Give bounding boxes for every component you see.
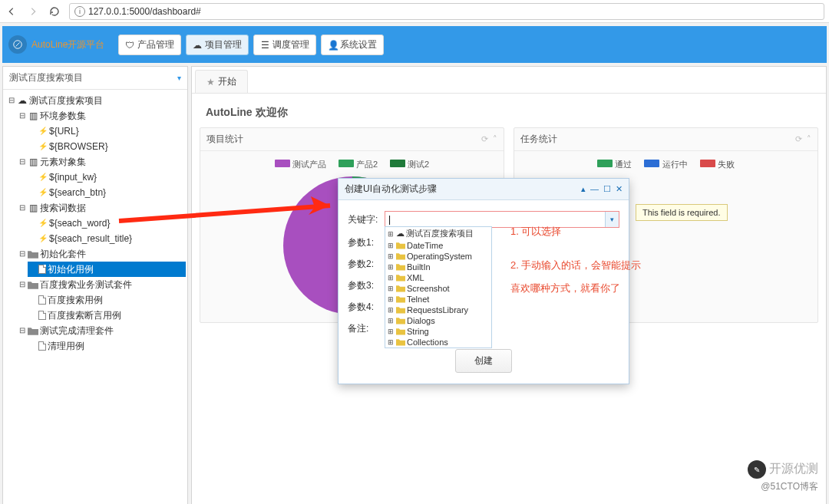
refresh-icon[interactable]: ⟳ <box>795 134 802 144</box>
field-label-remark: 备注: <box>348 320 385 335</box>
reload-icon[interactable] <box>48 5 61 18</box>
stack-icon: ▥ <box>28 203 38 212</box>
dd-item[interactable]: ⊞DateTime <box>385 240 491 251</box>
sidebar: 测试百度搜索项目 ▾ ⊟☁测试百度搜索项目 ⊟▥环境参数集 ⚡${URL} ⚡$… <box>2 66 188 504</box>
tree-biz-item[interactable]: 百度搜索断言用例 <box>28 308 186 323</box>
bolt-icon: ⚡ <box>38 216 48 230</box>
folder-icon <box>396 317 405 324</box>
nav-forward-icon[interactable] <box>26 5 40 18</box>
project-tree: ⊟☁测试百度搜索项目 ⊟▥环境参数集 ⚡${URL} ⚡${BROWSER} ⊟… <box>3 90 187 357</box>
stack-icon: ▥ <box>28 111 38 120</box>
tree-env-item[interactable]: ⚡${URL} <box>28 124 186 139</box>
tree-clean-suite[interactable]: ⊟测试完成清理套件 <box>17 323 186 338</box>
logo-icon <box>8 35 27 54</box>
tab-bar: ★开始 <box>192 67 826 94</box>
user-icon: 👤 <box>328 40 337 49</box>
field-label-p2: 参数2: <box>348 255 385 271</box>
legend-row: 测试产品 产品2 测试2 <box>208 159 496 170</box>
browser-toolbar: i 127.0.0.1:5000/dashboard# <box>0 0 829 23</box>
tree-init-case[interactable]: 初始化用例 <box>28 262 186 277</box>
folder-icon <box>396 338 405 346</box>
tree-biz-item[interactable]: 百度搜索用例 <box>28 292 186 308</box>
dd-item[interactable]: ⊞Telnet <box>385 294 491 305</box>
refresh-icon[interactable]: ⟳ <box>481 134 488 144</box>
maximize-icon[interactable]: ☐ <box>603 184 611 194</box>
tree-search-group[interactable]: ⊟▥搜索词数据 <box>17 200 186 216</box>
dd-item[interactable]: ⊞RequestsLibrary <box>385 305 491 315</box>
watermark: ✎开源优测 @51CTO博客 <box>748 460 818 493</box>
tree-init-suite[interactable]: ⊟初始化套件 <box>17 246 186 262</box>
url-text: 127.0.0.1:5000/dashboard# <box>88 6 201 17</box>
panel-title: 任务统计 <box>520 133 557 146</box>
shield-icon: 🛡 <box>125 40 134 49</box>
validation-tooltip: This field is required. <box>636 204 728 221</box>
menu-project[interactable]: ☁项目管理 <box>186 35 249 55</box>
keyword-dropdown[interactable]: ⊞☁测试百度搜索项目 ⊞DateTime ⊞OperatingSystem ⊞B… <box>385 226 492 348</box>
close-icon[interactable]: ✕ <box>616 184 623 194</box>
menu-settings[interactable]: 👤系统设置 <box>321 35 384 55</box>
dd-item[interactable]: ⊞OperatingSystem <box>385 251 491 262</box>
panel-title: 项目统计 <box>206 133 243 146</box>
info-icon: i <box>74 6 85 17</box>
folder-icon <box>396 252 405 260</box>
wechat-icon: ✎ <box>748 460 766 479</box>
tab-start[interactable]: ★开始 <box>195 70 248 93</box>
field-label-keyword: 关键字: <box>348 211 385 226</box>
bolt-icon: ⚡ <box>38 140 48 153</box>
menu-schedule[interactable]: ☰调度管理 <box>253 35 316 55</box>
tree-clean-item[interactable]: 清理用例 <box>28 338 186 354</box>
dd-item[interactable]: ⊞Dialogs <box>385 315 491 326</box>
cloud-icon: ☁ <box>17 96 28 105</box>
folder-icon <box>28 249 38 259</box>
cloud-icon: ☁ <box>193 40 202 49</box>
dialog-title: 创建UI自动化测试步骤 <box>345 183 437 196</box>
tree-search-item[interactable]: ⚡${seach_word} <box>28 216 186 231</box>
app-header: AutoLine开源平台 🛡产品管理 ☁项目管理 ☰调度管理 👤系统设置 <box>2 26 827 63</box>
collapse-icon[interactable]: ˄ <box>807 134 811 144</box>
file-icon <box>38 311 46 320</box>
minimize-icon[interactable]: — <box>590 184 599 194</box>
tree-project-root[interactable]: ⊟☁测试百度搜索项目 <box>6 93 186 108</box>
tree-env-item[interactable]: ⚡${BROWSER} <box>28 139 186 154</box>
welcome-heading: AutoLine 欢迎你 <box>192 94 826 127</box>
nav-back-icon[interactable] <box>5 5 18 18</box>
folder-icon <box>396 285 405 292</box>
dd-item[interactable]: ⊞BuiltIn <box>385 262 491 272</box>
chevron-down-icon[interactable]: ▾ <box>177 74 181 82</box>
menu-product[interactable]: 🛡产品管理 <box>118 35 181 55</box>
tree-biz-suite[interactable]: ⊟百度搜索业务测试套件 <box>17 277 186 292</box>
dd-item[interactable]: ⊞Collections <box>385 337 491 348</box>
tree-elem-group[interactable]: ⊟▥元素对象集 <box>17 154 186 170</box>
cloud-icon: ☁ <box>396 229 405 239</box>
stack-icon: ▥ <box>28 157 38 166</box>
folder-icon <box>396 295 405 303</box>
tree-env-group[interactable]: ⊟▥环境参数集 <box>17 108 186 124</box>
dd-item[interactable]: ⊞Screenshot <box>385 283 491 294</box>
bolt-icon: ⚡ <box>38 232 48 245</box>
folder-icon <box>28 280 38 289</box>
create-button[interactable]: 创建 <box>455 349 512 373</box>
bolt-icon: ⚡ <box>38 124 48 138</box>
legend-row: 通过 运行中 失败 <box>522 159 810 170</box>
tree-elem-item[interactable]: ⚡${input_kw} <box>28 170 186 185</box>
sidebar-title-row[interactable]: 测试百度搜索项目 ▾ <box>3 67 187 90</box>
dd-item[interactable]: ⊞XML <box>385 272 491 283</box>
tree-elem-item[interactable]: ⚡${search_btn} <box>28 185 186 200</box>
url-bar[interactable]: i 127.0.0.1:5000/dashboard# <box>69 3 824 20</box>
annotation-text: 1. 可以选择 2. 手动输入的话，会智能提示 喜欢哪种方式，就看你了 <box>510 222 641 298</box>
folder-icon <box>396 306 405 314</box>
sidebar-title: 测试百度搜索项目 <box>9 71 83 84</box>
dialog-titlebar[interactable]: 创建UI自动化测试步骤 ▴ — ☐ ✕ <box>339 179 629 200</box>
dd-item[interactable]: ⊞☁测试百度搜索项目 <box>385 227 491 240</box>
collapse-up-icon[interactable]: ▴ <box>581 184 586 194</box>
folder-icon <box>396 328 405 335</box>
file-icon <box>38 295 46 305</box>
app-title: AutoLine开源平台 <box>31 38 104 51</box>
collapse-icon[interactable]: ˄ <box>493 134 497 144</box>
tree-search-item[interactable]: ⚡${seach_result_title} <box>28 231 186 246</box>
file-icon <box>38 341 46 351</box>
dd-item[interactable]: ⊞String <box>385 326 491 337</box>
folder-icon <box>28 326 38 335</box>
list-icon: ☰ <box>260 40 269 49</box>
field-label-p1: 参数1: <box>348 234 385 249</box>
